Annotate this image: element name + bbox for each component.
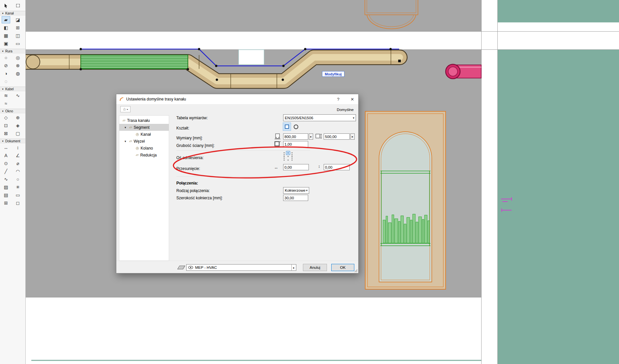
cabletray-riser-tool-icon[interactable]: ≈ <box>2 100 10 107</box>
zone-tool-icon[interactable]: ▤ <box>2 191 10 199</box>
viewport-top[interactable] <box>26 0 481 31</box>
wall-thickness-icon <box>274 141 281 147</box>
offset-y-input[interactable] <box>324 164 350 170</box>
cabletray-tool-icon[interactable]: ≋ <box>2 92 10 99</box>
width-flyout-button[interactable]: ▶ <box>309 133 313 140</box>
patch-tool-icon[interactable]: ◻ <box>14 199 22 207</box>
rect-shape-button[interactable] <box>283 123 291 130</box>
tree-item-kolano[interactable]: ◎ Kolano <box>119 145 169 152</box>
tree-item-redukcja[interactable]: ▱ Redukcja <box>119 152 169 158</box>
cabletray-bend-tool-icon[interactable]: ∿ <box>14 92 22 99</box>
dimension-tool-icon[interactable]: ↔ <box>2 144 10 151</box>
pipe-bend-tool-icon[interactable]: ◎ <box>14 54 22 61</box>
ok-button[interactable]: OK <box>331 264 354 271</box>
wall-thickness-input[interactable] <box>283 141 308 147</box>
pipe-transition-tool-icon[interactable]: ◑ <box>2 70 10 77</box>
duct-tee-tool-icon[interactable]: ◧ <box>2 24 10 31</box>
duct-cross-tool-icon[interactable]: ▦ <box>2 32 10 39</box>
marquee-tool-icon[interactable] <box>14 2 22 9</box>
line-tool-icon[interactable]: ╱ <box>2 168 10 175</box>
diameter-dimension-tool-icon[interactable]: ⌀ <box>14 160 22 167</box>
modify-button[interactable]: Modyfikuj <box>322 71 344 77</box>
chevron-down-icon: ▼ <box>2 88 4 90</box>
duct-endcap-tool-icon[interactable]: ▭ <box>14 40 22 47</box>
layer-flyout-icon[interactable]: ▶ <box>291 265 296 270</box>
sketch-tool-icon[interactable]: ⊠ <box>2 130 10 137</box>
circle-icon <box>294 125 298 129</box>
right-panel-main[interactable] <box>498 49 619 364</box>
circle-tool-icon[interactable]: ○ <box>14 176 22 183</box>
pipe-tool-icon[interactable]: ○ <box>2 54 10 61</box>
help-button[interactable]: ? <box>332 94 344 104</box>
section-okno[interactable]: ▼ Okno <box>0 109 25 113</box>
figure-tool-icon[interactable]: ▭ <box>14 191 22 199</box>
arc-tool-icon[interactable]: ◠ <box>14 168 22 175</box>
reference-axis-selector[interactable] <box>282 151 294 162</box>
section-dokument[interactable]: ▼ Dokument <box>0 139 25 143</box>
flange-width-input[interactable] <box>283 195 308 201</box>
height-flyout-button[interactable]: ▶ <box>350 133 355 140</box>
layer-icon <box>177 265 186 270</box>
pipe-valve-tool-icon[interactable]: ◍ <box>14 70 22 77</box>
angle-dimension-tool-icon[interactable]: ∠ <box>14 152 22 159</box>
camera-tool-icon[interactable]: ▢ <box>14 130 22 137</box>
shape-label: Kształt: <box>176 126 189 130</box>
connections-header: Połączenia: <box>176 181 198 185</box>
fill-tool-icon[interactable]: ▨ <box>2 183 10 191</box>
pipe-endcap-tool-icon[interactable]: ◌ <box>2 78 10 85</box>
eye-icon <box>188 266 193 269</box>
section-rura[interactable]: ▼ Rura <box>0 49 25 53</box>
section-kabel[interactable]: ▼ Kabel <box>0 87 25 91</box>
duct-transition-tool-icon[interactable]: ◫ <box>14 32 22 39</box>
selection-box[interactable] <box>239 50 264 65</box>
chevron-down-icon: ▾ <box>353 116 354 120</box>
favorites-button[interactable]: ☆ ▸ <box>120 106 131 112</box>
right-panel-top[interactable] <box>498 0 619 22</box>
selected-duct-segment[interactable] <box>81 55 188 69</box>
width-input[interactable] <box>283 133 308 140</box>
door-elevation[interactable] <box>365 111 446 289</box>
label-tool-icon[interactable]: ⊙ <box>2 160 10 167</box>
spline-tool-icon[interactable]: ∿ <box>2 176 10 183</box>
height-input[interactable] <box>324 133 350 140</box>
drawing-tool-icon[interactable]: ⊞ <box>2 199 10 207</box>
duct-route-settings-dialog: Ustawienia domyślne trasy kanału ? ✕ ☆ ▸… <box>116 94 359 273</box>
rotated-grid-tool-icon[interactable]: ⊕ <box>14 114 22 121</box>
grid-marker-tool-icon[interactable]: ◇ <box>2 114 10 121</box>
connection-type-select[interactable]: Kołnierzowe ▾ <box>283 187 309 194</box>
expand-arrow-icon[interactable]: ▾ <box>125 140 126 143</box>
detail-tool-icon[interactable]: ◈ <box>14 122 22 129</box>
expand-arrow-icon[interactable]: ▾ <box>125 126 126 129</box>
text-tool-icon[interactable]: A <box>2 152 10 159</box>
pipe-end-fitting[interactable] <box>26 55 40 69</box>
section-kanal[interactable]: ▼ Kanał <box>0 11 25 15</box>
circle-shape-button[interactable] <box>292 123 300 130</box>
cancel-button[interactable]: Anuluj <box>303 264 327 271</box>
tree-item-trasa-kanalu[interactable]: ▱ Trasa kanału <box>119 117 169 124</box>
duct-takeoff-tool-icon[interactable]: ⊞ <box>14 24 22 31</box>
layer-combo[interactable]: MEP - HVAC ▶ <box>186 264 296 271</box>
magenta-pipe[interactable] <box>446 64 481 79</box>
reducer-icon: ▱ <box>136 153 138 157</box>
hotspot-tool-icon[interactable]: ⊡ <box>2 122 10 129</box>
defaults-label: Domyślne <box>337 108 354 112</box>
toolbox-sidebar: ▼ Kanał ▰ ◪ ◧ ⊞ ▦ ◫ ▣ ▭ ▼ Rura ○ ◎ ⊘ ⊗ ◑… <box>0 0 26 364</box>
tree-item-wezel[interactable]: ▾ ▱ Węzeł <box>119 138 169 145</box>
star-tool-icon[interactable]: ✳ <box>14 183 22 191</box>
duct-bend-tool-icon[interactable]: ◪ <box>14 16 22 23</box>
level-dimension-tool-icon[interactable]: ↕ <box>14 144 22 151</box>
arrow-tool-icon[interactable] <box>2 2 10 9</box>
duct-tool-icon[interactable]: ▰ <box>2 16 10 23</box>
pipe-takeoff-tool-icon[interactable]: ⊗ <box>14 62 22 69</box>
pipe-tee-tool-icon[interactable]: ⊘ <box>2 62 10 69</box>
close-button[interactable]: ✕ <box>346 94 358 104</box>
offset-x-input[interactable] <box>283 164 309 170</box>
tree-item-kanal[interactable]: ◎ Kanał <box>119 131 169 138</box>
marquee-icon <box>16 4 20 7</box>
tree-item-segment[interactable]: ▾ ▱ Segment <box>119 124 169 131</box>
duct-height-icon <box>315 133 322 140</box>
dialog-titlebar[interactable]: Ustawienia domyślne trasy kanału ? ✕ <box>116 94 358 104</box>
duct-offset-tool-icon[interactable]: ▣ <box>2 40 10 47</box>
dimension-table-select[interactable]: EN1505/EN1506 ▾ <box>283 114 356 121</box>
resize-grip[interactable] <box>354 269 358 272</box>
